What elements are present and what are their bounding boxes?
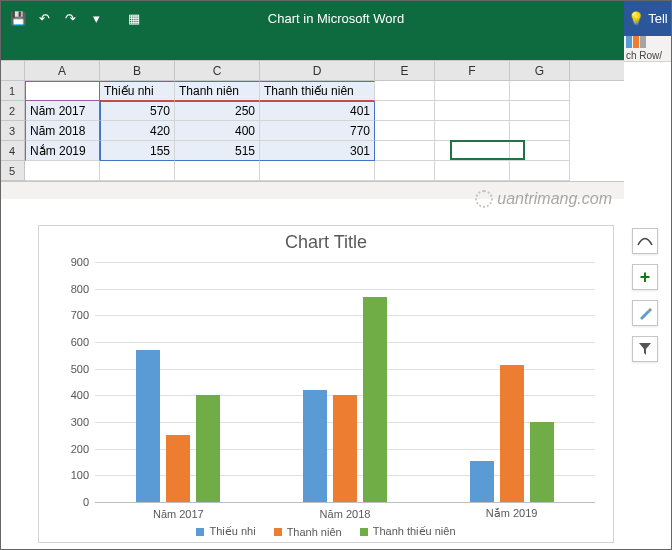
col-header-b[interactable]: B — [100, 61, 175, 80]
legend-item-2[interactable]: Thanh thiếu niên — [360, 525, 456, 538]
row-header-5[interactable]: 5 — [0, 161, 25, 181]
bar-Thanh-niên-0[interactable] — [166, 435, 190, 502]
row-header-4[interactable]: 4 — [0, 141, 25, 161]
cell-a1[interactable] — [25, 81, 100, 101]
cell-b1[interactable]: Thiếu nhi — [100, 81, 175, 101]
cell-e4[interactable] — [375, 141, 435, 161]
cell-a3[interactable]: Năm 2018 — [25, 121, 100, 141]
gridline — [95, 315, 595, 316]
customize-button[interactable]: ▾ — [84, 6, 108, 30]
cell-g1[interactable] — [510, 81, 570, 101]
save-button[interactable]: 💾 — [6, 6, 30, 30]
bar-Thanh-thiếu-niên-2[interactable] — [530, 422, 554, 502]
spreadsheet[interactable]: A B C D E F G 1 Thiếu nhi Thanh niên Tha… — [0, 60, 624, 181]
window-titlebar: 💾 ↶ ↷ ▾ ▦ Chart in Microsoft Word ✕ — [0, 0, 672, 36]
cell-c2[interactable]: 250 — [175, 101, 260, 121]
cell-a4[interactable]: Nắm 2019 — [25, 141, 100, 161]
bar-Thanh-thiếu-niên-0[interactable] — [196, 395, 220, 502]
cell-f2[interactable] — [435, 101, 510, 121]
row-5[interactable]: 5 — [0, 161, 624, 181]
ribbon-greenband — [0, 36, 624, 60]
legend-item-1[interactable]: Thanh niên — [274, 525, 342, 538]
switch-row-col-icon — [626, 36, 646, 48]
row-header-1[interactable]: 1 — [0, 81, 25, 101]
chart[interactable]: Chart Title 0100200300400500600700800900… — [38, 225, 614, 543]
watermark-text: uantrimang.com — [497, 190, 612, 208]
col-header-f[interactable]: F — [435, 61, 510, 80]
cell-a2[interactable]: Năm 2017 — [25, 101, 100, 121]
col-header-e[interactable]: E — [375, 61, 435, 80]
cell-b3[interactable]: 420 — [100, 121, 175, 141]
cell-a5[interactable] — [25, 161, 100, 181]
legend-item-0[interactable]: Thiếu nhi — [196, 525, 255, 538]
chart-title[interactable]: Chart Title — [39, 232, 613, 253]
row-4[interactable]: 4 Nắm 2019 155 515 301 — [0, 141, 624, 161]
tell-label: Tell — [648, 11, 668, 26]
row-2[interactable]: 2 Năm 2017 570 250 401 — [0, 101, 624, 121]
cell-c5[interactable] — [175, 161, 260, 181]
bar-Thanh-thiếu-niên-1[interactable] — [363, 297, 387, 502]
cell-e1[interactable] — [375, 81, 435, 101]
row-1[interactable]: 1 Thiếu nhi Thanh niên Thanh thiếu niên — [0, 81, 624, 101]
cell-g4[interactable] — [510, 141, 570, 161]
cell-f4[interactable] — [435, 141, 510, 161]
undo-button[interactable]: ↶ — [32, 6, 56, 30]
cell-d1[interactable]: Thanh thiếu niên — [260, 81, 375, 101]
datasheet-button[interactable]: ▦ — [122, 6, 146, 30]
cell-g2[interactable] — [510, 101, 570, 121]
select-all-corner[interactable] — [0, 61, 25, 80]
gridline — [95, 342, 595, 343]
row-3[interactable]: 3 Năm 2018 420 400 770 — [0, 121, 624, 141]
bar-Thiếu-nhi-1[interactable] — [303, 390, 327, 502]
chart-styles-button[interactable] — [632, 300, 658, 326]
brush-icon — [638, 306, 652, 320]
redo-button[interactable]: ↷ — [58, 6, 82, 30]
legend-label: Thanh niên — [287, 526, 342, 538]
watermark: uantrimang.com — [475, 190, 612, 208]
cell-e2[interactable] — [375, 101, 435, 121]
bar-Thiếu-nhi-0[interactable] — [136, 350, 160, 502]
col-header-d[interactable]: D — [260, 61, 375, 80]
cell-g3[interactable] — [510, 121, 570, 141]
col-header-a[interactable]: A — [25, 61, 100, 80]
legend-swatch — [274, 528, 282, 536]
cell-d4[interactable]: 301 — [260, 141, 375, 161]
row-header-3[interactable]: 3 — [0, 121, 25, 141]
bar-Thanh-niên-1[interactable] — [333, 395, 357, 502]
word-ribbon-switch[interactable]: ch Row/ — [624, 36, 672, 62]
cell-e5[interactable] — [375, 161, 435, 181]
bar-Thanh-niên-2[interactable] — [500, 365, 524, 502]
cell-f3[interactable] — [435, 121, 510, 141]
cell-b2[interactable]: 570 — [100, 101, 175, 121]
chart-plot-area[interactable]: 0100200300400500600700800900 Năm 2017Năm… — [95, 262, 595, 502]
chart-filter-button[interactable] — [632, 336, 658, 362]
bar-Thiếu-nhi-2[interactable] — [470, 461, 494, 502]
layout-icon — [637, 236, 653, 246]
cell-f1[interactable] — [435, 81, 510, 101]
cell-d5[interactable] — [260, 161, 375, 181]
col-header-g[interactable]: G — [510, 61, 570, 80]
chart-layout-button[interactable] — [632, 228, 658, 254]
y-tick-label: 400 — [59, 389, 89, 401]
column-headers[interactable]: A B C D E F G — [0, 61, 624, 81]
cell-b5[interactable] — [100, 161, 175, 181]
row-header-2[interactable]: 2 — [0, 101, 25, 121]
col-header-c[interactable]: C — [175, 61, 260, 80]
cell-c3[interactable]: 400 — [175, 121, 260, 141]
cell-c4[interactable]: 515 — [175, 141, 260, 161]
cell-f5[interactable] — [435, 161, 510, 181]
cell-d3[interactable]: 770 — [260, 121, 375, 141]
cell-b4[interactable]: 155 — [100, 141, 175, 161]
y-tick-label: 700 — [59, 309, 89, 321]
word-ribbon-tell[interactable]: 💡 Tell — [624, 0, 672, 36]
x-tick-label: Năm 2017 — [153, 508, 204, 520]
bulb-icon: 💡 — [628, 11, 644, 26]
cell-d2[interactable]: 401 — [260, 101, 375, 121]
chart-legend[interactable]: Thiếu nhiThanh niênThanh thiếu niên — [39, 525, 613, 538]
cell-e3[interactable] — [375, 121, 435, 141]
y-tick-label: 900 — [59, 256, 89, 268]
cell-g5[interactable] — [510, 161, 570, 181]
chart-side-buttons: + — [632, 228, 658, 362]
chart-elements-button[interactable]: + — [632, 264, 658, 290]
cell-c1[interactable]: Thanh niên — [175, 81, 260, 101]
